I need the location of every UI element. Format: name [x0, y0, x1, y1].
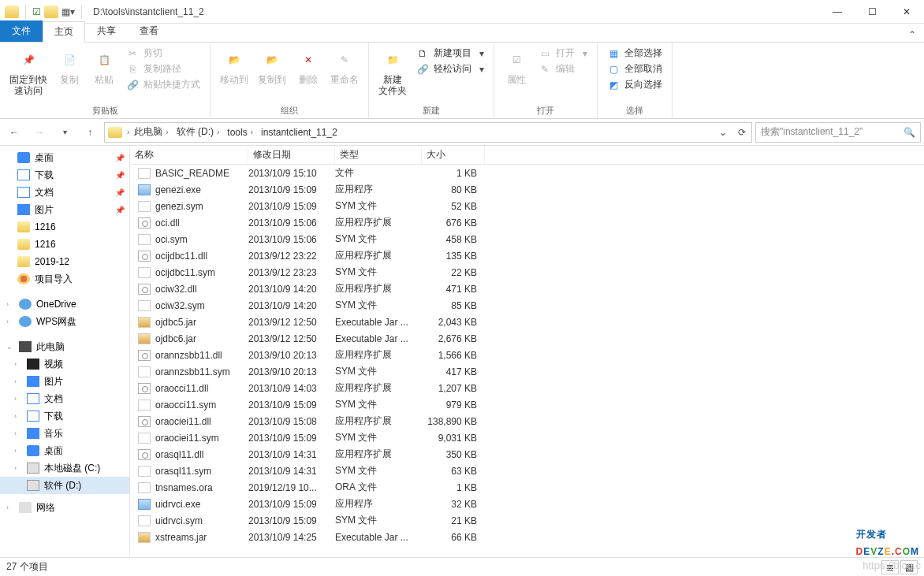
- selectnone-button[interactable]: ▢全部取消: [604, 61, 665, 76]
- properties-button[interactable]: ☑属性: [501, 46, 532, 87]
- sidebar-item[interactable]: 2019-12: [0, 253, 129, 270]
- drive-icon: [27, 428, 39, 439]
- file-row[interactable]: ocijdbc11.dll 2013/9/12 23:22 应用程序扩展 135…: [130, 247, 924, 264]
- newfolder-button[interactable]: 📁新建文件夹: [375, 46, 410, 98]
- file-row[interactable]: genezi.sym 2013/10/9 15:09 SYM 文件 52 KB: [130, 198, 924, 214]
- delete-button[interactable]: ✕删除: [292, 46, 324, 87]
- sidebar-item[interactable]: ›WPS网盘: [0, 313, 129, 330]
- easyaccess-button[interactable]: 🔗轻松访问▾: [413, 61, 487, 76]
- up-button[interactable]: ↑: [79, 121, 101, 143]
- qat-open-icon[interactable]: [44, 6, 58, 18]
- sidebar-item[interactable]: ›下载: [0, 407, 129, 425]
- collapse-ribbon-button[interactable]: ⌃: [900, 28, 924, 42]
- col-date[interactable]: 修改日期: [248, 146, 335, 164]
- large-icons-button[interactable]: ▦: [900, 560, 918, 574]
- paste-button[interactable]: 📋粘贴: [88, 46, 120, 87]
- file-row[interactable]: genezi.exe 2013/10/9 15:09 应用程序 80 KB: [130, 181, 924, 198]
- sidebar-item[interactable]: ›视频: [0, 355, 129, 373]
- details-view-button[interactable]: ≣: [881, 560, 899, 574]
- file-row[interactable]: oraociei11.sym 2013/10/9 15:09 SYM 文件 9,…: [130, 429, 924, 446]
- file-row[interactable]: orannzsbb11.sym 2013/9/10 20:13 SYM 文件 4…: [130, 363, 924, 380]
- maximize-button[interactable]: ☐: [855, 0, 889, 24]
- file-icon: [138, 399, 151, 411]
- qat-checkbox-icon[interactable]: ☑: [32, 6, 41, 17]
- sidebar-item[interactable]: ›本地磁盘 (C:): [0, 459, 129, 477]
- col-name[interactable]: 名称: [130, 146, 248, 164]
- sidebar-network[interactable]: ›网络: [0, 499, 129, 516]
- sidebar-item[interactable]: ›文档: [0, 390, 129, 407]
- sidebar-item[interactable]: ›OneDrive: [0, 295, 129, 313]
- sidebar-item[interactable]: ›桌面: [0, 442, 129, 459]
- col-type[interactable]: 类型: [335, 146, 422, 164]
- newitem-button[interactable]: 🗋新建项目▾: [413, 46, 487, 61]
- file-row[interactable]: ocijdbc11.sym 2013/9/12 23:23 SYM 文件 22 …: [130, 264, 924, 281]
- moveto-button[interactable]: 📂移动到: [217, 46, 251, 87]
- sidebar-item[interactable]: 1216: [0, 218, 129, 236]
- copy-button[interactable]: 📄复制: [54, 46, 85, 87]
- recent-dropdown[interactable]: ▾: [54, 121, 76, 143]
- file-row[interactable]: orannzsbb11.dll 2013/9/10 20:13 应用程序扩展 1…: [130, 347, 924, 363]
- refresh-button[interactable]: ⟳: [732, 123, 751, 142]
- paste-shortcut-button[interactable]: 🔗粘贴快捷方式: [123, 77, 203, 92]
- forward-button[interactable]: →: [28, 121, 50, 143]
- file-row[interactable]: ojdbc5.jar 2013/9/12 12:50 Executable Ja…: [130, 314, 924, 330]
- folder-icon: [17, 152, 30, 163]
- crumb-tools[interactable]: tools›: [224, 127, 256, 138]
- col-size[interactable]: 大小: [422, 146, 485, 164]
- sidebar-item[interactable]: 文档📌: [0, 184, 129, 201]
- crumb-pc[interactable]: 此电脑›: [131, 125, 171, 139]
- qat-view-icon[interactable]: ▦▾: [61, 6, 75, 17]
- sidebar-item[interactable]: 项目导入: [0, 270, 129, 288]
- file-row[interactable]: ociw32.dll 2013/10/9 14:20 应用程序扩展 471 KB: [130, 281, 924, 297]
- invertselect-button[interactable]: ◩反向选择: [604, 77, 665, 92]
- file-icon: [138, 466, 151, 477]
- tab-home[interactable]: 主页: [43, 21, 85, 43]
- edit-button[interactable]: ✎编辑: [535, 61, 591, 76]
- copypath-button[interactable]: ⎘复制路径: [123, 61, 203, 76]
- sidebar-item[interactable]: 图片📌: [0, 201, 129, 218]
- drive-icon: [27, 376, 39, 387]
- file-row[interactable]: uidrvci.exe 2013/10/9 15:09 应用程序 32 KB: [130, 496, 924, 512]
- back-button[interactable]: ←: [3, 121, 25, 143]
- selectall-button[interactable]: ▦全部选择: [604, 46, 665, 61]
- file-row[interactable]: oraocci11.sym 2013/10/9 15:09 SYM 文件 979…: [130, 396, 924, 413]
- tab-view[interactable]: 查看: [128, 20, 170, 42]
- group-select: ▦全部选择 ▢全部取消 ◩反向选择 选择: [598, 43, 673, 118]
- crumb-current[interactable]: instantclient_11_2: [258, 127, 341, 138]
- copyto-button[interactable]: 📂复制到: [255, 46, 289, 87]
- file-row[interactable]: xstreams.jar 2013/10/9 14:25 Executable …: [130, 529, 924, 545]
- file-row[interactable]: ociw32.sym 2013/10/9 14:20 SYM 文件 85 KB: [130, 297, 924, 314]
- sidebar-item[interactable]: 软件 (D:): [0, 477, 129, 494]
- sidebar-item[interactable]: 1216: [0, 236, 129, 253]
- sidebar-pc[interactable]: ⌄此电脑: [0, 338, 129, 355]
- drive-icon: [27, 393, 39, 404]
- file-row[interactable]: uidrvci.sym 2013/10/9 15:09 SYM 文件 21 KB: [130, 512, 924, 529]
- file-row[interactable]: tnsnames.ora 2019/12/19 10... ORA 文件 1 K…: [130, 479, 924, 496]
- minimize-button[interactable]: —: [820, 0, 855, 24]
- file-row[interactable]: oraociei11.dll 2013/10/9 15:08 应用程序扩展 13…: [130, 413, 924, 429]
- tab-file[interactable]: 文件: [0, 20, 43, 42]
- file-row[interactable]: orasql11.dll 2013/10/9 14:31 应用程序扩展 350 …: [130, 446, 924, 463]
- address-bar[interactable]: › 此电脑› 软件 (D:)› tools› instantclient_11_…: [104, 122, 752, 143]
- file-row[interactable]: BASIC_README 2013/10/9 15:10 文件 1 KB: [130, 165, 924, 181]
- file-row[interactable]: oraocci11.dll 2013/10/9 14:03 应用程序扩展 1,2…: [130, 380, 924, 396]
- address-dropdown[interactable]: ⌄: [713, 123, 732, 142]
- quick-access-toolbar: ☑ ▦▾: [0, 5, 90, 19]
- open-button[interactable]: ▭打开▾: [535, 46, 591, 61]
- sidebar-item[interactable]: ›图片: [0, 373, 129, 390]
- sidebar-item[interactable]: ›音乐: [0, 425, 129, 442]
- sidebar-item[interactable]: 下载📌: [0, 166, 129, 184]
- file-row[interactable]: orasql11.sym 2013/10/9 14:31 SYM 文件 63 K…: [130, 463, 924, 479]
- file-row[interactable]: oci.sym 2013/10/9 15:06 SYM 文件 458 KB: [130, 231, 924, 247]
- search-input[interactable]: 搜索"instantclient_11_2" 🔍: [755, 122, 921, 143]
- close-button[interactable]: ✕: [889, 0, 924, 24]
- pc-icon: [19, 341, 32, 352]
- cut-button[interactable]: ✂剪切: [123, 46, 203, 61]
- tab-share[interactable]: 共享: [85, 20, 128, 42]
- rename-button[interactable]: ✎重命名: [327, 46, 362, 87]
- pin-quickaccess-button[interactable]: 📌固定到快速访问: [6, 46, 50, 98]
- file-row[interactable]: ojdbc6.jar 2013/9/12 12:50 Executable Ja…: [130, 330, 924, 347]
- crumb-drive[interactable]: 软件 (D:)›: [173, 125, 223, 139]
- file-row[interactable]: oci.dll 2013/10/9 15:06 应用程序扩展 676 KB: [130, 214, 924, 231]
- sidebar-item[interactable]: 桌面📌: [0, 149, 129, 166]
